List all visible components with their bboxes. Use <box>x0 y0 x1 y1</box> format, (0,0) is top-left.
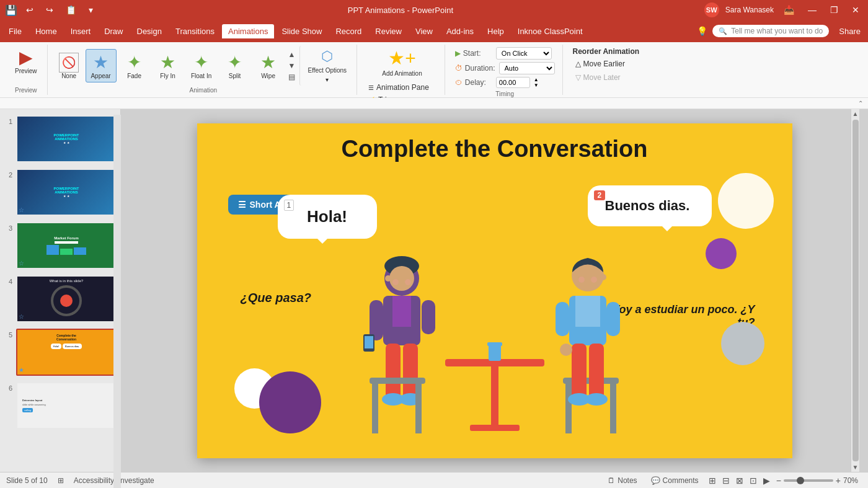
ribbon-collapse-btn[interactable]: ⌃ <box>858 100 863 107</box>
restore-btn[interactable]: ❐ <box>826 4 842 16</box>
menu-home[interactable]: Home <box>29 24 63 38</box>
svg-point-36 <box>392 279 399 285</box>
menu-slideshow[interactable]: Slide Show <box>275 24 328 38</box>
slide-1-content: POWERPOINT ANIMATIONS ★ ★ <box>53 133 79 144</box>
outline-view-btn[interactable]: ⊟ <box>722 476 730 486</box>
scroll-up-canvas[interactable]: ▲ <box>852 110 859 117</box>
menu-record[interactable]: Record <box>329 24 368 38</box>
notes-btn[interactable]: 🗒 Notes <box>604 475 640 486</box>
title-bar-right: SW Sara Wanasek 📥 — ❐ ✕ <box>704 2 863 17</box>
zoom-slider[interactable] <box>784 479 833 482</box>
menu-animations[interactable]: Animations <box>222 24 274 38</box>
zoom-out-btn[interactable]: − <box>776 476 781 486</box>
search-placeholder[interactable]: Tell me what you want to do <box>731 27 823 35</box>
close-btn[interactable]: ✕ <box>848 4 863 16</box>
add-anim-icon: ★+ <box>388 47 416 69</box>
main-content: 1 POWERPOINT ANIMATIONS ★ ★ 2 POWERPOINT <box>0 109 868 472</box>
more-btn[interactable]: ▾ <box>85 4 97 16</box>
slide-thumb-6[interactable]: Determine layout slide while answering c… <box>16 382 117 429</box>
scroll-more-btn[interactable]: ▤ <box>286 72 298 82</box>
normal-view-btn[interactable]: ⊞ <box>709 476 716 486</box>
slide-thumb-1[interactable]: POWERPOINT ANIMATIONS ★ ★ <box>16 115 117 162</box>
slide-sorter-btn[interactable]: ⊠ <box>736 476 743 486</box>
start-select[interactable]: On Click With Previous After Previous <box>496 47 552 60</box>
menu-design[interactable]: Design <box>131 24 168 38</box>
anim-wipe-btn[interactable]: ★ Wipe <box>253 50 284 82</box>
slide-number-2: 2 <box>4 171 12 179</box>
comments-icon: 💬 <box>651 476 660 485</box>
slide-thumb-4[interactable]: What is in this slide? ☆ <box>16 275 117 322</box>
canvas-scrollbar[interactable]: ▲ ▼ <box>851 109 859 472</box>
menu-addins[interactable]: Add-ins <box>440 24 480 38</box>
move-earlier-btn[interactable]: △ Move Earlier <box>573 58 640 69</box>
scroll-thumb-canvas[interactable] <box>852 120 859 461</box>
duration-select[interactable]: Auto 0.5 1 2 <box>499 62 555 74</box>
slide-thumb-2[interactable]: POWERPOINT ANIMATIONS ★ ★ ☆ <box>16 169 117 216</box>
scroll-up-btn[interactable]: ▲ <box>286 50 298 60</box>
redo-btn[interactable]: ↪ <box>42 4 57 16</box>
menu-view[interactable]: View <box>409 24 439 38</box>
anim-appear-btn[interactable]: ★ Appear <box>86 49 117 82</box>
slide-item-1[interactable]: 1 POWERPOINT ANIMATIONS ★ ★ <box>2 114 118 164</box>
scroll-down-btn[interactable]: ▼ <box>286 61 298 71</box>
zoom-in-btn[interactable]: + <box>836 476 841 486</box>
wipe-icon: ★ <box>260 52 276 73</box>
menu-review[interactable]: Review <box>369 24 408 38</box>
anim-flyin-btn[interactable]: ★ Fly In <box>153 50 184 82</box>
slide-item-5[interactable]: 5 Complete the Conversation Hola! Buenos… <box>2 327 118 377</box>
move-earlier-label: Move Earlier <box>583 60 625 68</box>
effect-options-label: Effect Options <box>308 67 347 74</box>
slide-thumb-3[interactable]: Market Forum ☆ <box>16 222 117 269</box>
animation-pane-btn[interactable]: ☰ Animation Pane <box>365 82 440 93</box>
search-box[interactable]: 🔍 Tell me what you want to do <box>712 25 829 37</box>
comments-btn[interactable]: 💬 Comments <box>647 475 702 486</box>
share-btn[interactable]: Share <box>834 24 866 38</box>
menu-transitions[interactable]: Transitions <box>169 24 221 38</box>
effect-options-btn[interactable]: ⬡ Effect Options ▾ <box>299 46 352 86</box>
menu-draw[interactable]: Draw <box>98 24 129 38</box>
reorder-items: Reorder Animation △ Move Earlier ▽ Move … <box>570 45 642 86</box>
title-bar-left: 💾 ↩ ↪ 📋 ▾ <box>5 4 97 16</box>
anim-scroll: ▲ ▼ ▤ <box>286 50 298 82</box>
status-right: 🗒 Notes 💬 Comments ⊞ ⊟ ⊠ ⊡ ▶ − + 70% <box>604 475 862 486</box>
quick-access-btn[interactable]: 📋 <box>62 4 80 16</box>
zoom-level[interactable]: 70% <box>843 476 862 485</box>
preview-btn[interactable]: ▶ Preview <box>10 45 42 77</box>
notes-label: Notes <box>618 476 637 485</box>
animation-group-label: Animation <box>190 87 217 95</box>
ribbon-display-btn[interactable]: 📥 <box>780 4 798 16</box>
menu-file[interactable]: File <box>2 24 28 38</box>
svg-rect-3 <box>489 344 501 361</box>
menu-classpoint[interactable]: Inknoe ClassPoint <box>512 24 589 38</box>
scroll-down-canvas[interactable]: ▼ <box>852 464 859 471</box>
add-animation-btn[interactable]: ★+ Add Animation <box>377 45 427 79</box>
svg-rect-19 <box>415 384 422 433</box>
undo-btn[interactable]: ↩ <box>22 4 37 16</box>
move-later-btn[interactable]: ▽ Move Later <box>573 72 640 83</box>
svg-point-37 <box>405 279 411 285</box>
flyin-icon: ★ <box>160 52 175 73</box>
slide-2-content: POWERPOINT ANIMATIONS ★ ★ <box>53 187 79 198</box>
anim-split-btn[interactable]: ✦ Split <box>219 50 250 82</box>
menu-help[interactable]: Help <box>481 24 510 38</box>
reading-view-btn[interactable]: ⊡ <box>750 476 757 486</box>
delay-input[interactable] <box>496 77 530 88</box>
anim-floatin-btn[interactable]: ✦ Float In <box>186 50 217 82</box>
minimize-btn[interactable]: — <box>804 4 820 16</box>
slide-4-content: What is in this slide? <box>50 279 84 319</box>
svg-point-34 <box>585 393 608 406</box>
duration-icon: ⏱ <box>455 64 463 73</box>
menu-insert[interactable]: Insert <box>64 24 97 38</box>
slide-thumb-5[interactable]: Complete the Conversation Hola! Buenos d… <box>16 329 117 376</box>
slide-item-2[interactable]: 2 POWERPOINT ANIMATIONS ★ ★ ☆ <box>2 167 118 217</box>
slide-layout-btn[interactable]: ⊞ <box>58 476 64 485</box>
slide-item-6[interactable]: 6 Determine layout slide while answering… <box>2 381 118 430</box>
slide-item-4[interactable]: 4 What is in this slide? ☆ <box>2 274 118 324</box>
anim-none-btn[interactable]: 🚫 None <box>55 50 83 82</box>
circle-gray <box>721 322 764 365</box>
anim-fade-btn[interactable]: ✦ Fade <box>119 50 150 82</box>
panel-scrollbar[interactable] <box>113 115 121 472</box>
user-avatar[interactable]: SW <box>704 2 719 17</box>
presenter-view-btn[interactable]: ▶ <box>763 476 770 486</box>
slide-item-3[interactable]: 3 Market Forum ☆ <box>2 221 118 270</box>
